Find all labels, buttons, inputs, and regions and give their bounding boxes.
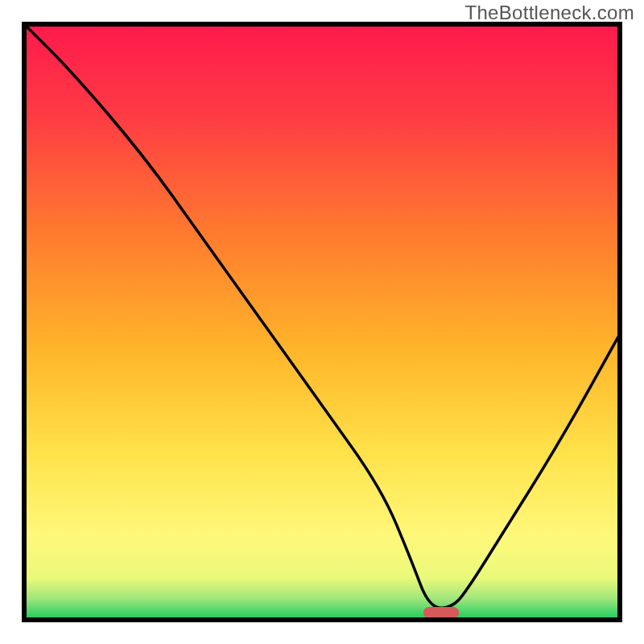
bottleneck-chart xyxy=(0,0,644,644)
chart-container: TheBottleneck.com xyxy=(0,0,644,644)
gradient-background xyxy=(24,24,620,620)
optimal-marker xyxy=(423,607,459,618)
watermark-text: TheBottleneck.com xyxy=(464,2,634,24)
